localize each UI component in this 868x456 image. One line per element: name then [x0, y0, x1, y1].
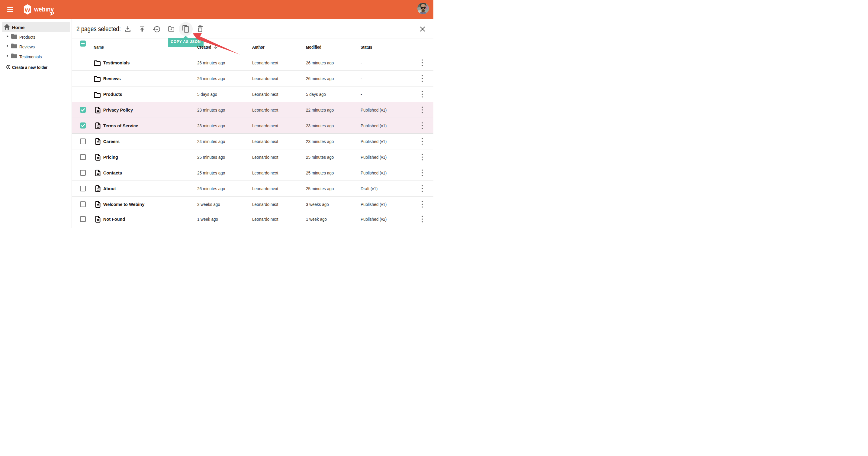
- svg-text:w: w: [25, 6, 30, 13]
